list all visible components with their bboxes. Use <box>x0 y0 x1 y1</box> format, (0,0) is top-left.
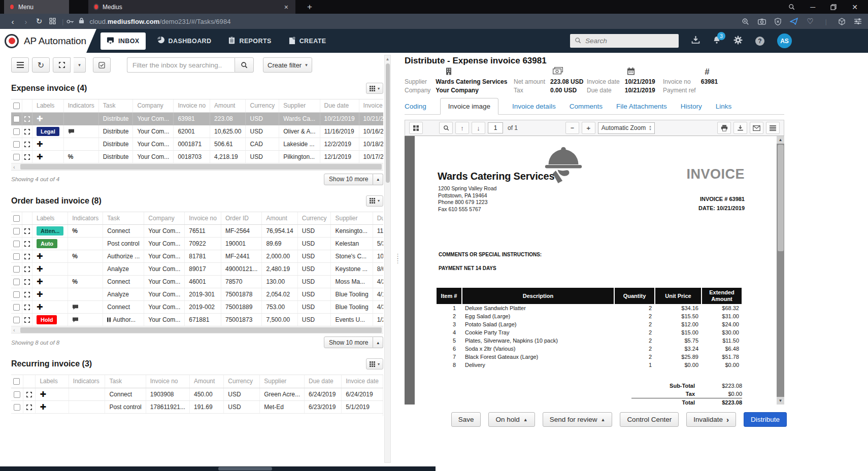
shield-icon[interactable] <box>775 18 781 25</box>
send-icon[interactable] <box>790 18 798 25</box>
add-label-icon[interactable]: ✚ <box>40 402 46 411</box>
key-icon[interactable] <box>66 18 74 25</box>
table-row[interactable]: ✚DistributeYour Com...63981223.08USDWard… <box>11 112 383 125</box>
add-label-icon[interactable]: ✚ <box>37 302 43 311</box>
row-checkbox[interactable] <box>13 116 20 122</box>
extension-cube-icon[interactable] <box>839 18 845 25</box>
column-header[interactable]: Supplier <box>331 212 373 225</box>
new-tab-button[interactable]: + <box>304 2 316 12</box>
column-header[interactable]: Indicators <box>68 212 103 225</box>
column-header[interactable]: Amount <box>210 99 246 112</box>
back-icon[interactable]: ‹ <box>6 17 19 26</box>
tab-file-attachments[interactable]: File Attachments <box>616 98 667 114</box>
collapse-section-button[interactable]: ▴ <box>373 337 383 348</box>
pdf-page-down-icon[interactable]: ↓ <box>472 122 485 134</box>
table-row[interactable]: ✚AnalyzeYour Com...2019-301750018782,054… <box>11 288 383 301</box>
pdf-page-up-icon[interactable]: ↑ <box>455 122 469 134</box>
column-header[interactable]: Due date <box>304 375 341 388</box>
tab-close-icon[interactable]: × <box>282 3 290 11</box>
nav-item-dashboard[interactable]: DASHBOARD <box>151 32 218 50</box>
column-header[interactable]: Task <box>103 212 144 225</box>
select-all-checkbox[interactable] <box>13 103 20 109</box>
distribute-button[interactable]: Distribute <box>744 412 787 427</box>
pdf-vertical-scrollbar[interactable]: ▲ ▼ <box>777 136 784 405</box>
screenshot-camera-icon[interactable] <box>758 18 766 25</box>
nav-item-create[interactable]: CREATE <box>283 32 332 50</box>
table-h-scrollbar[interactable]: ‹ <box>11 326 383 333</box>
window-close-button[interactable]: ✕ <box>852 3 858 11</box>
tab-links[interactable]: Links <box>716 98 732 114</box>
expand-row-icon[interactable] <box>22 238 32 250</box>
row-checkbox[interactable] <box>13 253 20 260</box>
table-row[interactable]: HoldAuthor...Your Com...671881750018737,… <box>11 314 383 326</box>
column-header[interactable]: Order ID <box>221 212 261 225</box>
table-row[interactable]: Atten...%ConnectYour Com...76511MF-25647… <box>11 225 383 238</box>
table-row[interactable]: ✚%ConnectYour Com...4600178570130.00USDM… <box>11 276 383 288</box>
list-view-button[interactable] <box>11 57 29 73</box>
row-checkbox[interactable] <box>13 279 20 285</box>
avatar[interactable]: AS <box>777 33 792 48</box>
tab-invoice-details[interactable]: Invoice details <box>512 98 556 114</box>
window-maximize-button[interactable] <box>830 4 837 10</box>
row-checkbox[interactable] <box>14 404 20 411</box>
pdf-page-input[interactable] <box>488 122 503 133</box>
column-header[interactable]: Indicators <box>69 375 105 388</box>
expand-row-icon[interactable] <box>22 225 32 238</box>
tab-search-icon[interactable] <box>788 4 795 10</box>
lock-icon[interactable] <box>79 17 84 25</box>
expand-row-icon[interactable] <box>22 150 32 163</box>
scroll-left-icon[interactable]: ‹ <box>13 163 15 171</box>
table-row[interactable]: ✚%DistributeYour Com...00187034,218.19US… <box>11 150 383 163</box>
select-all-checkbox[interactable] <box>13 215 20 222</box>
column-options-button[interactable]: ▾ <box>366 195 383 207</box>
add-label-icon[interactable]: ✚ <box>37 290 43 298</box>
add-label-icon[interactable]: ✚ <box>37 140 43 148</box>
nav-item-reports[interactable]: REPORTS <box>222 32 277 50</box>
inbox-filter-input[interactable] <box>127 57 235 73</box>
browser-tab-medius[interactable]: Medius × <box>88 0 295 14</box>
column-header[interactable]: Amount <box>189 375 223 388</box>
pdf-tools-menu-icon[interactable] <box>766 122 780 134</box>
expand-row-icon[interactable] <box>23 400 36 413</box>
table-row[interactable]: ✚ConnectYour Com...2019-00275001889753.0… <box>11 301 383 314</box>
show-more-button[interactable]: Show 10 more <box>324 337 373 348</box>
column-header[interactable]: Invoice date <box>359 99 383 112</box>
tab-invoice-image[interactable]: Invoice image <box>440 98 498 115</box>
pdf-download-icon[interactable] <box>733 122 747 134</box>
expand-row-icon[interactable] <box>22 125 32 138</box>
column-header[interactable]: Invoice no <box>174 99 210 112</box>
show-more-button[interactable]: Show 10 more <box>324 174 373 185</box>
table-row[interactable]: ✚Connect1903908450.00USDGreen Acre...6/2… <box>11 388 383 400</box>
save-button[interactable]: Save <box>451 412 481 427</box>
expand-all-button[interactable] <box>53 57 71 73</box>
notifications-bell-icon[interactable]: 3 <box>713 36 721 46</box>
column-header[interactable]: Currency <box>246 99 279 112</box>
zoom-in-icon[interactable] <box>742 18 749 25</box>
column-header[interactable]: Supplier <box>260 375 305 388</box>
table-row[interactable]: ✚Post control178611921...191.69USDMet-Ed… <box>11 400 383 413</box>
row-checkbox[interactable] <box>13 154 20 160</box>
pdf-zoom-out-icon[interactable]: − <box>565 122 579 134</box>
column-options-button[interactable]: ▾ <box>366 83 383 94</box>
add-label-icon[interactable]: ✚ <box>37 264 43 273</box>
pdf-zoom-in-icon[interactable]: ＋ <box>582 122 595 134</box>
tab-comments[interactable]: Comments <box>570 98 603 114</box>
row-checkbox[interactable] <box>13 241 20 247</box>
pdf-search-icon[interactable] <box>439 122 453 134</box>
column-options-button[interactable]: ▾ <box>366 358 383 369</box>
column-header[interactable]: Due date <box>373 212 383 225</box>
expand-options-caret-icon[interactable]: ▾ <box>74 57 86 73</box>
tab-coding[interactable]: Coding <box>405 98 426 114</box>
add-label-icon[interactable]: ✚ <box>37 114 43 123</box>
apps-grid-icon[interactable] <box>46 17 59 26</box>
row-checkbox[interactable] <box>13 266 20 273</box>
on-hold-button[interactable]: On hold ▲ <box>488 412 535 427</box>
column-header[interactable]: Invoice date <box>342 375 383 388</box>
table-row[interactable]: AutoPost controlYour Com...7092219000189… <box>11 238 383 250</box>
column-header[interactable]: Invoice no <box>146 375 189 388</box>
window-minimize-button[interactable]: ─ <box>810 3 815 11</box>
control-center-button[interactable]: Control Center <box>620 412 679 427</box>
expand-row-icon[interactable] <box>22 112 32 125</box>
column-header[interactable]: Indicators <box>63 99 98 112</box>
help-icon[interactable]: ? <box>755 37 764 46</box>
